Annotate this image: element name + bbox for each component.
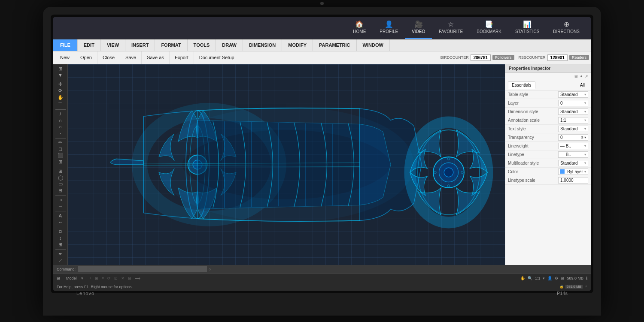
toolbar-document-setup[interactable]: Document Setup <box>194 51 240 64</box>
layout-icon: ⊞ <box>561 276 564 280</box>
tool-fill[interactable]: ⬛ <box>55 153 67 158</box>
layer-label: Layer <box>508 101 558 105</box>
command-input[interactable] <box>78 266 207 272</box>
tool-rect[interactable]: ▭ <box>55 181 67 187</box>
separator-5 <box>55 195 66 196</box>
lenovo-logo: Lenovo <box>76 291 94 296</box>
nav-video[interactable]: 🎥 VIDEO <box>405 17 432 39</box>
nav-profile[interactable]: 👤 PROFILE <box>373 17 405 39</box>
command-label: Command: <box>57 267 76 271</box>
tool-diagonal[interactable]: ⟋ <box>55 258 67 263</box>
menu-tools[interactable]: TOOLS <box>188 39 216 51</box>
scale-dropdown[interactable]: ▾ <box>543 276 545 280</box>
linetype-value[interactable]: — B.. ▾ <box>558 151 588 158</box>
tool-pen[interactable]: ✒ <box>55 251 67 257</box>
user-icon: 👤 <box>547 276 552 280</box>
menu-dimension[interactable]: DIMENSION <box>243 39 282 51</box>
toolbar-new[interactable]: New <box>55 51 75 64</box>
screen-border: 🏠 HOME 👤 PROFILE 🎥 VIDEO ☆ FAVOURITE <box>51 15 593 293</box>
home-icon: 🏠 <box>355 21 364 28</box>
command-bar: Command: ○ <box>53 265 591 274</box>
tool-rotate[interactable]: ⟳ <box>55 88 67 93</box>
followers-badge: Followers <box>492 55 514 60</box>
status-icon-1: + <box>89 276 91 280</box>
essentials-tab[interactable]: Essentials <box>508 81 535 89</box>
model-dropdown[interactable]: ▾ <box>81 276 83 280</box>
menu-bar: FILE EDIT VIEW INSERT FORMAT TOOLS DRAW … <box>53 39 591 51</box>
tool-trim[interactable]: ⊣ <box>55 204 67 209</box>
tool-arc[interactable]: ∩ <box>55 117 67 123</box>
nav-statistics[interactable]: 📊 STATISTICS <box>508 17 546 39</box>
table-style-value[interactable]: Standard ▾ <box>558 91 588 98</box>
prop-table-style: Table style Standard ▾ <box>505 90 591 99</box>
toolbar-save[interactable]: Save <box>120 51 142 64</box>
tool-point[interactable]: · <box>55 130 67 136</box>
tool-dropdown[interactable]: ▼ <box>55 72 67 78</box>
model-tab[interactable]: Model <box>66 276 77 280</box>
tool-curve[interactable]: ⌒ <box>55 101 67 108</box>
menu-insert[interactable]: INSERT <box>125 39 155 51</box>
tool-stamp[interactable]: ⊞ <box>55 159 67 165</box>
lineweight-value[interactable]: — B.. ▾ <box>558 143 588 149</box>
nav-bookmark-label: BOOKMARK <box>477 29 501 34</box>
status-icon-2: ⊞ <box>95 276 98 280</box>
tool-group[interactable]: ⊟ <box>55 188 67 193</box>
tool-offset[interactable]: ⇥ <box>55 197 67 203</box>
color-value[interactable]: ByLayer ▾ <box>558 169 588 175</box>
toolbar-open[interactable]: Open <box>75 51 97 64</box>
toolbar-export[interactable]: Export <box>170 51 194 64</box>
text-style-value[interactable]: Standard ▾ <box>558 126 588 132</box>
dim-style-value[interactable]: Standard ▾ <box>558 108 588 115</box>
status-icon-7: ⊟ <box>128 276 131 280</box>
multileader-label: Multileader style <box>508 161 558 166</box>
tool-oval[interactable]: ◯ <box>55 175 67 181</box>
tool-pencil[interactable]: ✏ <box>55 140 67 145</box>
layer-value[interactable]: 0 ▾ <box>558 100 588 106</box>
multileader-value[interactable]: Standard ▾ <box>558 160 588 166</box>
menu-file[interactable]: FILE <box>53 39 78 51</box>
nav-bookmark[interactable]: 📑 BOOKMARK <box>470 17 508 39</box>
tool-dim[interactable]: ↔ <box>55 220 67 225</box>
canvas-area[interactable] <box>68 64 505 265</box>
tool-zoom-fit[interactable]: ⊞ <box>55 169 67 174</box>
menu-draw[interactable]: DRAW <box>216 39 243 51</box>
annotation-scale-value[interactable]: 1:1 ▾ <box>558 117 588 123</box>
tool-move[interactable]: ✛ <box>55 81 67 87</box>
nav-favourite[interactable]: ☆ FAVOURITE <box>432 17 470 39</box>
color-label: Color <box>508 169 558 174</box>
prop-lineweight: Lineweight — B.. ▾ <box>505 142 591 150</box>
transparency-value[interactable]: 0 S ▾ <box>558 134 588 141</box>
tool-array[interactable]: ⊞ <box>55 242 67 247</box>
prop-color: Color ByLayer ▾ <box>505 168 591 176</box>
nav-directions[interactable]: ⊕ DIRECTIONS <box>546 17 586 39</box>
tool-eraser[interactable]: ◻ <box>55 146 67 152</box>
tool-mirror[interactable]: ↕ <box>55 235 67 241</box>
model-tab-icon: ⊞ <box>57 276 60 280</box>
main-content: ⊞ ▼ ✛ ⟳ ✋ ⌒ / ∩ ○ · ✏ ◻ <box>53 64 591 265</box>
menu-window[interactable]: WINDOW <box>357 39 390 51</box>
toolbar-save-as[interactable]: Save as <box>142 51 170 64</box>
menu-edit[interactable]: EDIT <box>78 39 101 51</box>
help-text: For Help, press F1. Right mouse for opti… <box>57 285 133 289</box>
menu-format[interactable]: FORMAT <box>155 39 187 51</box>
nav-home-label: HOME <box>353 29 366 34</box>
all-tab[interactable]: All <box>577 82 588 88</box>
tool-pan[interactable]: ✋ <box>55 94 67 100</box>
laptop-body: 🏠 HOME 👤 PROFILE 🎥 VIDEO ☆ FAVOURITE <box>43 7 601 316</box>
prop-dim-style: Dimension style Standard ▾ <box>505 108 591 116</box>
nav-home[interactable]: 🏠 HOME <box>346 17 373 39</box>
linetype-scale-value[interactable]: 1.0000 <box>558 177 588 184</box>
tool-select[interactable]: ⊞ <box>55 66 67 72</box>
toolbar-close[interactable]: Close <box>97 51 120 64</box>
tool-circle[interactable]: ○ <box>55 124 67 129</box>
color-swatch <box>560 169 565 174</box>
info-icon: ℹ <box>586 276 587 280</box>
menu-view[interactable]: VIEW <box>101 39 125 51</box>
menu-modify[interactable]: MODIFY <box>282 39 313 51</box>
tool-line[interactable]: / <box>55 111 67 117</box>
tool-copy[interactable]: ⧉ <box>55 229 67 235</box>
nav-statistics-label: STATISTICS <box>515 29 539 34</box>
prop-linetype: Linetype — B.. ▾ <box>505 150 591 159</box>
menu-parametric[interactable]: PARAMETRIC <box>313 39 357 51</box>
tool-text[interactable]: A <box>55 213 67 219</box>
